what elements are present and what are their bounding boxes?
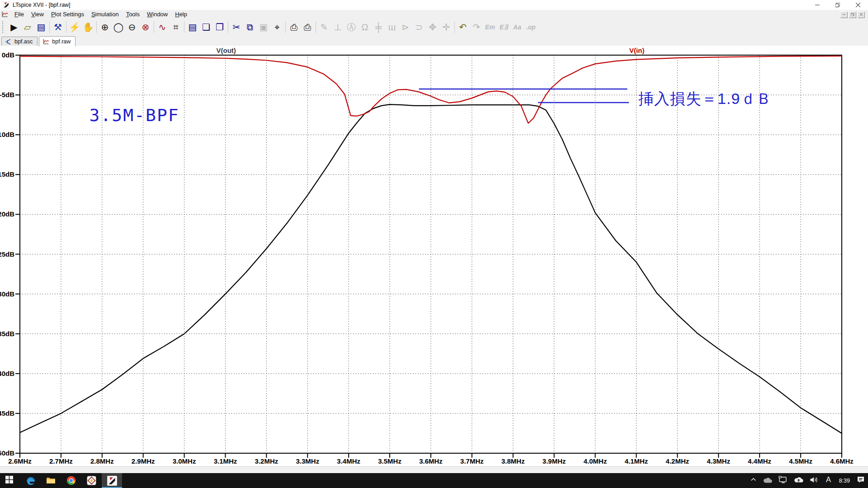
x-tick-label: 3.7MHz — [460, 457, 484, 465]
run-icon[interactable]: ⚡ — [68, 20, 81, 33]
rotate-icon[interactable]: E∃ — [497, 20, 510, 33]
ltspice-app[interactable] — [102, 473, 122, 488]
x-tick-label: 2.8MHz — [90, 457, 114, 465]
y-tick-label: -25dB — [0, 250, 14, 258]
menu-tools[interactable]: Tools — [123, 10, 143, 19]
menu-file[interactable]: File — [11, 10, 28, 19]
y-tick-label: -45dB — [0, 409, 14, 417]
mdi-document-icon — [1, 11, 9, 18]
print-icon[interactable]: ⎙ — [301, 20, 314, 33]
network-tray[interactable] — [775, 473, 791, 488]
tile-windows-icon[interactable]: ▤ — [186, 20, 199, 33]
redo-icon[interactable]: ↷ — [470, 20, 483, 33]
windows-logo-icon — [5, 476, 15, 486]
toolbar-separator — [66, 21, 66, 33]
ime-mode-tray[interactable]: A — [821, 473, 835, 488]
cascade-windows-icon[interactable]: ❏ — [199, 20, 213, 33]
menu-help[interactable]: Help — [171, 10, 191, 19]
print-preview-icon[interactable]: ⎙ — [287, 20, 301, 33]
undo-icon[interactable]: ↶ — [456, 20, 470, 33]
trace-label-vout[interactable]: V(out) — [217, 47, 236, 54]
mdi-minimize-button[interactable] — [840, 11, 848, 18]
letter-a-icon: A — [825, 476, 832, 485]
toolbar-separator — [96, 21, 97, 33]
zoom-in-icon[interactable]: ⊕ — [98, 20, 112, 33]
y-tick-label: -40dB — [0, 370, 14, 377]
component-icon[interactable]: ⊃ — [412, 20, 426, 33]
mdi-restore-button[interactable] — [849, 11, 856, 18]
trace-label-vin[interactable]: V(in) — [629, 47, 644, 54]
resistor-icon[interactable]: Ω — [358, 20, 372, 33]
window-title: LTspice XVII - [bpf.raw] — [13, 2, 71, 8]
restore-button[interactable] — [827, 0, 848, 10]
copy-icon[interactable]: ⧉ — [243, 20, 257, 33]
control-panel-hammer-icon[interactable]: ⚒ — [51, 20, 65, 33]
x-tick-label: 3.1MHz — [214, 457, 237, 465]
menu-window[interactable]: Window — [143, 10, 171, 19]
open-folder-icon[interactable]: ▱ — [21, 20, 34, 33]
system-tray: A 8:39 — [747, 473, 868, 488]
plot-pane-icon[interactable]: ⌗ — [169, 20, 183, 33]
toolbar: ▶▱▤⚒⚡✋⊕◯⊖⊗∿⌗▤❏❐✂⧉▣⌖⎙⎙✎⊥ⒶΩ╪ɯ⊳⊃✥✛↶↷EmE∃Aa.… — [0, 19, 868, 35]
tab-bpf-raw[interactable]: bpf.raw — [39, 36, 75, 47]
x-tick-label: 4.4MHz — [748, 457, 771, 465]
schematic-icon — [5, 38, 12, 45]
new-run-icon[interactable]: ▶ — [7, 20, 21, 33]
net-label-icon[interactable]: Ⓐ — [344, 20, 358, 33]
mdi-close-button[interactable] — [857, 11, 865, 18]
jwcad-app[interactable] — [81, 473, 102, 488]
toolbar-separator — [454, 21, 455, 33]
zoom-undo-icon[interactable]: ⊗ — [139, 20, 152, 33]
zoom-extents-icon[interactable]: ◯ — [112, 20, 125, 33]
paste-icon[interactable]: ▣ — [257, 20, 270, 33]
waveform-plot[interactable]: 2.6MHz2.7MHz2.8MHz2.9MHz3.0MHz3.1MHz3.2M… — [0, 46, 868, 466]
wire-pencil-icon[interactable]: ✎ — [317, 20, 331, 33]
x-tick-label: 3.0MHz — [173, 457, 196, 465]
ground-icon[interactable]: ⊥ — [331, 20, 344, 33]
cut-icon[interactable]: ✂ — [230, 20, 243, 33]
save-icon[interactable]: ▤ — [34, 20, 48, 33]
close-icon — [859, 13, 863, 16]
menu-simulation[interactable]: Simulation — [88, 10, 123, 19]
spice-directive-icon[interactable]: .op — [524, 20, 538, 33]
ltspice-logo-icon — [3, 1, 10, 9]
backup-tray[interactable] — [791, 473, 807, 488]
drag-icon[interactable]: ✛ — [439, 20, 453, 33]
file-explorer-app[interactable] — [41, 473, 61, 488]
diode-icon[interactable]: ⊳ — [399, 20, 412, 33]
restore-icon — [851, 13, 854, 16]
toolbar-grip[interactable] — [2, 21, 5, 33]
close-button[interactable] — [848, 0, 868, 10]
zoom-out-icon[interactable]: ⊖ — [125, 20, 139, 33]
halt-icon[interactable]: ✋ — [81, 20, 95, 33]
capacitor-icon[interactable]: ╪ — [372, 20, 385, 33]
menu-view[interactable]: View — [28, 10, 47, 19]
toolbar-separator — [184, 21, 184, 33]
inductor-icon[interactable]: ɯ — [385, 20, 399, 33]
tab-bpf-asc[interactable]: bpf.asc — [1, 37, 38, 46]
menu-plot-settings[interactable]: Plot Settings — [47, 10, 88, 19]
action-center-button[interactable] — [854, 473, 868, 488]
x-tick-label: 3.8MHz — [501, 457, 525, 465]
find-icon[interactable]: ⌖ — [270, 20, 284, 33]
autorange-plot-icon[interactable]: ∿ — [156, 20, 169, 33]
x-tick-label: 3.3MHz — [296, 457, 319, 465]
x-tick-label: 3.6MHz — [419, 457, 443, 465]
waveform-icon — [42, 38, 50, 45]
mirror-icon[interactable]: Em — [483, 20, 497, 33]
toolbar-separator — [285, 21, 286, 33]
toolbar-separator — [154, 21, 154, 33]
onedrive-tray[interactable] — [760, 473, 775, 488]
tab-label: bpf.raw — [52, 38, 71, 45]
start-button[interactable] — [0, 473, 20, 488]
edge-app[interactable] — [20, 473, 41, 488]
restore-icon — [835, 3, 840, 7]
chrome-app[interactable] — [61, 473, 81, 488]
volume-tray[interactable] — [807, 473, 821, 488]
minimize-button[interactable] — [807, 0, 827, 10]
tray-expand[interactable] — [747, 473, 760, 488]
text-tool-icon[interactable]: Aa — [510, 20, 524, 33]
arrange-windows-icon[interactable]: ❐ — [213, 20, 226, 33]
move-icon[interactable]: ✥ — [426, 20, 439, 33]
taskbar-clock[interactable]: 8:39 — [835, 478, 854, 484]
